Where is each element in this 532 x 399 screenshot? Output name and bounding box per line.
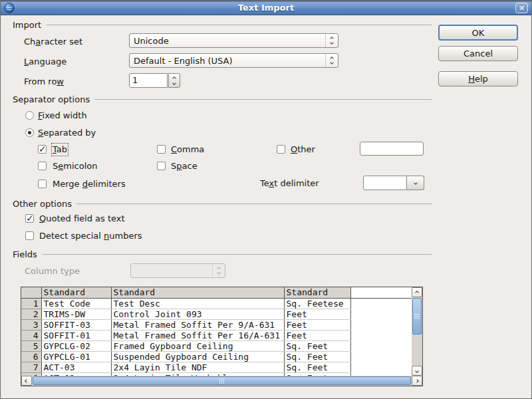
other-options-section-header: Other options: [13, 199, 432, 209]
ok-button-label: OK: [472, 28, 485, 38]
help-button[interactable]: Help: [438, 71, 518, 86]
ok-button[interactable]: OK: [438, 25, 518, 41]
data-cell: Test Desc: [111, 298, 284, 309]
row-filler-cell: [350, 319, 412, 330]
chevron-down-icon: [415, 369, 419, 373]
close-button[interactable]: ✕: [515, 3, 528, 13]
from-row-value: 1: [132, 75, 138, 85]
text-delimiter-value[interactable]: [363, 176, 407, 190]
horizontal-scrollbar[interactable]: [21, 376, 422, 386]
table-row: 4SOFFIT-01Metal Framed Soffit Per 16/A-6…: [21, 330, 412, 340]
charset-label: Character set: [24, 37, 82, 47]
cancel-button[interactable]: Cancel: [438, 46, 518, 61]
quoted-field-label[interactable]: Quoted field as text: [39, 213, 125, 224]
detect-numbers-label[interactable]: Detect special numbers: [39, 231, 142, 241]
scroll-up-button[interactable]: [412, 287, 422, 297]
tab-label[interactable]: Tab: [53, 144, 67, 155]
grip-icon: [414, 314, 420, 319]
row-filler-cell: [350, 309, 412, 319]
preview-table: StandardStandardStandard 1Test CodeTest …: [21, 287, 412, 376]
column-header[interactable]: Standard: [41, 287, 111, 298]
data-cell: ACT-03: [41, 362, 111, 372]
data-cell: TRIMS-DW: [41, 309, 111, 319]
data-cell: Metal Framed Soffit Per 9/A-631: [111, 319, 284, 330]
table-header-row: StandardStandardStandard: [21, 287, 412, 298]
scroll-down-button[interactable]: [412, 366, 422, 376]
spin-down-icon[interactable]: [172, 81, 176, 85]
column-type-label: Column type: [25, 266, 80, 277]
scroll-right-button[interactable]: [412, 376, 422, 386]
row-filler-cell: [350, 340, 412, 351]
text-delimiter-combobox[interactable]: [363, 176, 424, 190]
semicolon-label[interactable]: Semicolon: [53, 161, 97, 172]
horizontal-scrollbar-thumb[interactable]: [33, 376, 411, 385]
dropdown-arrows-icon: [212, 264, 225, 277]
row-number-cell: 4: [21, 330, 41, 340]
data-cell: Test Code: [41, 298, 111, 309]
column-header[interactable]: Standard: [111, 287, 284, 298]
row-number-cell: 5: [21, 340, 41, 351]
chevron-right-icon: [415, 379, 419, 383]
import-section-title: Import: [13, 20, 41, 30]
separated-by-radio[interactable]: [25, 128, 34, 137]
separator-section-title: Separator options: [13, 94, 90, 104]
titlebar[interactable]: Text Import ✕: [1, 1, 531, 15]
fixed-width-label[interactable]: Fixed width: [38, 110, 87, 121]
spin-up-icon[interactable]: [172, 76, 176, 80]
data-cell: Sq. Feetese: [284, 298, 350, 309]
text-delimiter-dropdown-button[interactable]: [407, 176, 424, 190]
fields-section-title: Fields: [13, 249, 37, 259]
table-row: 1Test CodeTest DescSq. Feetese: [21, 298, 412, 309]
comma-label[interactable]: Comma: [171, 144, 204, 155]
help-button-label: Help: [468, 74, 488, 84]
dropdown-arrows-icon: [325, 54, 338, 67]
semicolon-checkbox[interactable]: [38, 162, 47, 170]
scroll-left-button[interactable]: [21, 376, 32, 386]
text-delimiter-label: Text delimiter: [260, 178, 319, 189]
other-label[interactable]: Other: [291, 144, 315, 155]
window-title: Text Import: [1, 3, 531, 13]
row-number-cell: 7: [21, 362, 41, 372]
space-checkbox[interactable]: [157, 162, 166, 170]
row-number-cell: 1: [21, 298, 41, 309]
detect-numbers-checkbox[interactable]: [25, 231, 34, 240]
merge-delimiters-label[interactable]: Merge delimiters: [53, 179, 126, 190]
section-rule: [46, 25, 432, 25]
from-row-input[interactable]: 1: [129, 73, 168, 88]
cancel-button-label: Cancel: [464, 49, 493, 59]
space-label[interactable]: Space: [171, 161, 198, 172]
other-separator-input[interactable]: [360, 142, 424, 156]
quoted-field-checkbox[interactable]: [25, 214, 34, 223]
table-header-filler: [350, 287, 412, 298]
row-filler-cell: [350, 362, 412, 372]
vertical-scrollbar-thumb[interactable]: [412, 298, 422, 334]
section-rule: [42, 254, 432, 255]
data-cell: Control Joint 093: [111, 309, 284, 319]
language-label: Language: [24, 57, 66, 67]
data-cell: Feet: [284, 309, 350, 319]
separated-by-label[interactable]: Separated by: [38, 128, 96, 138]
column-header[interactable]: Standard: [284, 287, 350, 298]
merge-delimiters-checkbox[interactable]: [38, 180, 47, 188]
other-checkbox[interactable]: [277, 145, 285, 154]
vertical-scrollbar[interactable]: [412, 287, 422, 376]
fixed-width-radio[interactable]: [25, 111, 34, 120]
section-rule: [76, 203, 432, 204]
table-row: 3SOFFIT-03Metal Framed Soffit Per 9/A-63…: [21, 319, 412, 330]
charset-dropdown[interactable]: Unicode: [129, 33, 338, 48]
language-value: Default - English (USA): [134, 56, 233, 66]
chevron-up-icon: [415, 291, 419, 295]
from-row-spinner[interactable]: [168, 73, 180, 88]
dropdown-arrows-icon: [325, 34, 338, 47]
close-icon: ✕: [519, 5, 525, 12]
data-cell: SOFFIT-03: [41, 319, 111, 330]
data-cell: SOFFIT-01: [41, 330, 111, 340]
language-dropdown[interactable]: Default - English (USA): [129, 53, 338, 68]
tab-checkbox[interactable]: [38, 145, 47, 154]
text-import-dialog: Text Import ✕ OK Cancel Help Import Char…: [0, 0, 532, 399]
comma-checkbox[interactable]: [157, 145, 166, 154]
table-row: 7ACT-032x4 Layin Tile NDFSq. Feet: [21, 362, 412, 372]
table-corner-cell: [21, 287, 41, 298]
charset-value: Unicode: [134, 36, 169, 46]
chevron-down-icon: [414, 181, 418, 185]
